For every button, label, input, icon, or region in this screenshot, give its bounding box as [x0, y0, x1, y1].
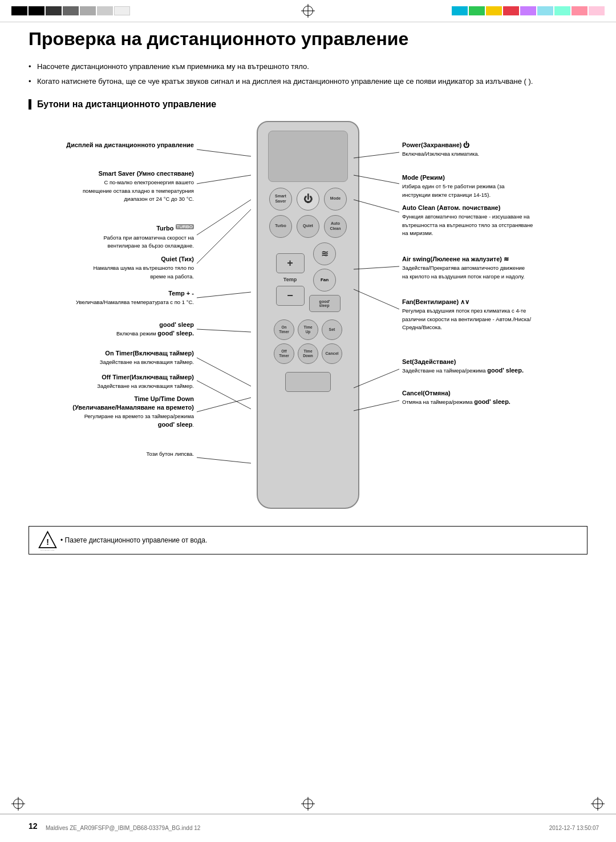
- diagram-area: SmartSaver ⏻ Mode Turbo Quiet AutoClean …: [29, 121, 587, 520]
- svg-line-16: [354, 400, 399, 411]
- color-block-lblue: [537, 6, 553, 15]
- air-swing-button[interactable]: ≋: [313, 242, 336, 265]
- color-block-magenta: [520, 6, 536, 15]
- label-temp: Temp + - Увеличава/Намалява температурат…: [29, 289, 194, 306]
- temp-label: Temp: [283, 277, 297, 282]
- svg-line-7: [197, 380, 251, 409]
- auto-clean-button[interactable]: AutoClean: [324, 215, 347, 238]
- color-block-yellow: [486, 6, 502, 15]
- power-button[interactable]: ⏻: [297, 188, 319, 211]
- turbo-button[interactable]: Turbo: [269, 215, 292, 238]
- registration-mark-bottom-center: [301, 797, 315, 811]
- label-mode: Mode (Режим) Избира един от 5-те работни…: [402, 173, 587, 199]
- label-on-timer: On Timer(Включващ таймер) Задействане на…: [29, 349, 194, 366]
- fan-button[interactable]: Fan: [313, 269, 336, 292]
- svg-line-4: [197, 292, 251, 298]
- off-timer-button[interactable]: OffTimer: [274, 343, 294, 364]
- cancel-button[interactable]: Cancel: [322, 343, 342, 364]
- top-border-line: [0, 22, 616, 22]
- color-block-lpink: [589, 6, 605, 15]
- bullet-2: Когато натиснете бутона, ще се чуе кратъ…: [29, 76, 587, 88]
- registration-mark-bottom-right: [591, 797, 605, 811]
- label-cancel: Cancel(Отмяна) Отмяна на таймера/режима …: [402, 389, 587, 407]
- time-down-button[interactable]: TimeDown: [298, 343, 318, 364]
- label-turbo: Turbo TURBO Работа при автоматична скоро…: [29, 224, 194, 250]
- registration-mark-bottom-left: [11, 797, 25, 811]
- color-block-lightgray: [80, 6, 96, 15]
- temp-plus-button[interactable]: +: [276, 253, 305, 273]
- svg-line-12: [354, 200, 399, 212]
- label-power: Power(Захранване) ⏻ Включва/Изключва кли…: [402, 141, 587, 158]
- bottom-bar: Maldives ZE_AR09FSFP@_IBIM_DB68-03379A_B…: [0, 813, 616, 842]
- file-info: Maldives ZE_AR09FSFP@_IBIM_DB68-03379A_B…: [46, 825, 200, 831]
- quiet-button[interactable]: Quiet: [297, 215, 319, 238]
- svg-text:!: !: [46, 537, 49, 546]
- good-sleep-button[interactable]: good'sleep: [309, 295, 341, 312]
- color-block-black: [11, 6, 27, 15]
- color-block-lighter: [97, 6, 113, 15]
- registration-mark-top: [301, 4, 315, 18]
- timer-row-2: OffTimer TimeDown Cancel: [264, 343, 352, 364]
- color-block-lgreen: [554, 6, 570, 15]
- button-row-1: SmartSaver ⏻ Mode: [264, 188, 352, 211]
- svg-line-2: [197, 200, 251, 235]
- color-block-red: [503, 6, 519, 15]
- color-block-green: [469, 6, 485, 15]
- intro-bullets: Насочете дистанционното управление към п…: [29, 61, 587, 88]
- main-content: Проверка на дистанционното управление На…: [29, 29, 587, 808]
- color-block-cyan: [452, 6, 468, 15]
- button-row-2: Turbo Quiet AutoClean: [264, 215, 352, 238]
- svg-line-14: [354, 289, 399, 309]
- svg-line-10: [354, 152, 399, 158]
- section-header: Бутони на дистанционното управление: [29, 99, 587, 110]
- page-title: Проверка на дистанционното управление: [29, 29, 587, 50]
- label-set: Set(Задействане) Задействане на таймера/…: [402, 358, 587, 375]
- date-info: 2012-12-7 13:50:07: [549, 825, 599, 831]
- svg-line-0: [197, 149, 251, 156]
- bullet-1: Насочете дистанционното управление към п…: [29, 61, 587, 73]
- svg-line-15: [354, 369, 399, 388]
- svg-line-8: [197, 398, 251, 412]
- timer-row-1: OnTimer TimeUp Set: [264, 319, 352, 340]
- label-display: Дисплей на дистанционното управление: [29, 141, 194, 149]
- color-block-black2: [29, 6, 44, 15]
- remote-display: [268, 131, 348, 182]
- color-block-lred: [572, 6, 587, 15]
- label-off-timer: Off Timer(Изключващ таймер) Задействане …: [29, 373, 194, 390]
- svg-line-6: [197, 358, 251, 386]
- mode-button[interactable]: Mode: [324, 188, 347, 211]
- label-missing-button: Този бутон липсва.: [29, 450, 194, 458]
- label-air-swing: Air swing(Люлеене на жалузите) ≋ Задейст…: [402, 255, 587, 281]
- color-block-white: [114, 6, 130, 15]
- grayscale-strip: [0, 6, 130, 15]
- svg-line-9: [197, 458, 251, 463]
- svg-line-3: [197, 209, 251, 264]
- svg-line-13: [354, 266, 399, 269]
- svg-text:ВНИМАНИЕ: ВНИМАНИЕ: [40, 549, 55, 550]
- time-up-button[interactable]: TimeUp: [298, 319, 318, 340]
- label-quiet: Quiet (Тих) Намалява шума на вътрешното …: [29, 255, 194, 281]
- on-timer-button[interactable]: OnTimer: [274, 319, 294, 340]
- label-fan: Fan(Вентилиране) ∧∨ Регулира въздушния п…: [402, 298, 587, 331]
- remote-control: SmartSaver ⏻ Mode Turbo Quiet AutoClean …: [257, 121, 359, 509]
- label-time-up-down: Time Up/Time Down (Увеличаване/Намаляван…: [29, 395, 194, 430]
- print-marks-bar: [0, 0, 616, 22]
- svg-line-1: [197, 175, 251, 184]
- notice-text: • Пазете дистанционното управление от во…: [60, 536, 207, 544]
- set-button[interactable]: Set: [322, 319, 342, 340]
- color-block-darkgray: [46, 6, 62, 15]
- svg-line-5: [197, 329, 251, 332]
- bottom-button[interactable]: [285, 372, 331, 392]
- warning-icon: ! ВНИМАНИЕ: [38, 530, 58, 550]
- color-block-midgray: [63, 6, 79, 15]
- temp-minus-button[interactable]: −: [276, 286, 305, 306]
- cmyk-strip: [452, 6, 616, 15]
- smart-saver-button[interactable]: SmartSaver: [269, 188, 292, 211]
- label-auto-clean: Auto Clean (Автом. почистване) Функция а…: [402, 204, 587, 237]
- label-good-sleep: good' sleep Включва режим good' sleep.: [29, 321, 194, 338]
- svg-line-11: [354, 175, 399, 184]
- label-smart-saver: Smart Saver (Умно спестяване) С по-малко…: [29, 169, 194, 203]
- notice-box: ! ВНИМАНИЕ • Пазете дистанционното управ…: [29, 526, 587, 554]
